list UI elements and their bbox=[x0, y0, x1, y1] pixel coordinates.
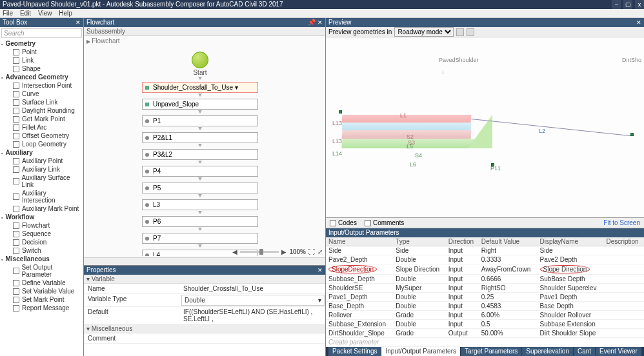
table-row[interactable]: ShoulderSEMySuperInputRightSOShoulder Su… bbox=[326, 284, 644, 293]
cell[interactable]: 0.4583 bbox=[479, 302, 538, 311]
close-icon[interactable]: ✕ bbox=[317, 19, 323, 26]
cell[interactable]: Rollover bbox=[326, 311, 393, 320]
cell[interactable]: Input bbox=[446, 255, 479, 264]
toolbox-item[interactable]: Auxiliary Point bbox=[0, 157, 83, 165]
cell[interactable]: Double bbox=[393, 302, 445, 311]
cell[interactable] bbox=[604, 284, 644, 293]
toolbox-item[interactable]: Auxiliary Intersection bbox=[0, 189, 83, 204]
close-icon[interactable]: ✕ bbox=[75, 18, 81, 27]
toolbox-item[interactable]: Flowchart bbox=[0, 221, 83, 230]
flowchart-node[interactable]: P3&L2 bbox=[142, 149, 258, 160]
close-icon[interactable]: ✕ bbox=[317, 266, 323, 275]
cell[interactable]: Shoulder Rollover bbox=[538, 311, 604, 320]
flowchart-node[interactable]: Unpaved_Slope bbox=[142, 99, 258, 110]
menu-file[interactable]: File bbox=[3, 10, 13, 17]
toolbox-item[interactable]: Shape bbox=[0, 64, 83, 73]
flowchart-node[interactable]: Shoulder_Crossfall_To_Use ▾ bbox=[142, 82, 258, 93]
flowchart-node[interactable]: L3 bbox=[142, 199, 258, 210]
toolbox-item[interactable]: Point bbox=[0, 48, 83, 56]
menu-edit[interactable]: Edit bbox=[20, 10, 31, 17]
cell[interactable]: Input bbox=[446, 284, 479, 293]
cell[interactable] bbox=[604, 275, 644, 284]
prop-value[interactable] bbox=[181, 333, 325, 343]
menu-view[interactable]: View bbox=[38, 10, 52, 17]
cell[interactable]: Input bbox=[446, 264, 479, 275]
toolbox-group[interactable]: Advanced Geometry bbox=[0, 73, 83, 81]
prop-row[interactable]: NameShoulder_Crossfall_To_Use bbox=[84, 284, 325, 294]
cell[interactable]: 50.00% bbox=[479, 329, 538, 338]
toolbox-item[interactable]: Set Variable Value bbox=[0, 287, 83, 295]
create-row[interactable]: Create parameter bbox=[326, 338, 644, 347]
expand-icon[interactable]: ⤢ bbox=[317, 248, 323, 255]
prop-group[interactable]: Variable bbox=[84, 275, 325, 284]
flowchart-node[interactable]: P2&L1 bbox=[142, 132, 258, 143]
cell[interactable]: Side bbox=[393, 246, 445, 255]
cell[interactable]: Input bbox=[446, 320, 479, 329]
tab[interactable]: Cant bbox=[574, 347, 595, 356]
toolbox-item[interactable]: Intersection Point bbox=[0, 81, 83, 90]
cell[interactable]: Input bbox=[446, 302, 479, 311]
cell[interactable]: Right bbox=[479, 246, 538, 255]
dropdown-icon[interactable]: ▾ bbox=[318, 297, 321, 304]
cell[interactable]: Base Depth bbox=[538, 302, 604, 311]
flowchart-node[interactable]: P4 bbox=[142, 166, 258, 177]
toolbox-group[interactable]: Workflow bbox=[0, 213, 83, 221]
cell[interactable]: Subbase_Extension bbox=[326, 320, 393, 329]
cell[interactable]: 0.6666 bbox=[479, 275, 538, 284]
cell[interactable]: Side bbox=[326, 246, 393, 255]
toolbox-item[interactable]: Offset Geometry bbox=[0, 132, 83, 140]
toolbox-group[interactable]: Auxiliary bbox=[0, 148, 83, 157]
col-header[interactable]: Description bbox=[604, 237, 644, 246]
tab[interactable]: Event Viewer bbox=[596, 347, 641, 356]
toolbox-item[interactable]: Fillet Arc bbox=[0, 123, 83, 132]
cell[interactable] bbox=[604, 302, 644, 311]
cell[interactable]: Pave2_Depth bbox=[326, 255, 393, 264]
cell[interactable]: Double bbox=[393, 275, 445, 284]
prop-value[interactable]: IF((ShoulderSE=LeftLI) AND (SE.HasLeftLI… bbox=[181, 307, 325, 324]
scrollbar[interactable] bbox=[84, 257, 325, 265]
table-row[interactable]: RolloverGradeInput6.00%Shoulder Rollover bbox=[326, 311, 644, 320]
prop-row[interactable]: Comment bbox=[84, 333, 325, 344]
flowchart-canvas[interactable]: Flowchart StartShoulder_Crossfall_To_Use… bbox=[84, 36, 325, 266]
close-icon[interactable]: ✕ bbox=[636, 18, 641, 27]
col-header[interactable]: Type bbox=[393, 237, 445, 246]
toolbox-item[interactable]: Link bbox=[0, 56, 83, 64]
prop-row[interactable]: DefaultIF((ShoulderSE=LeftLI) AND (SE.Ha… bbox=[84, 307, 325, 324]
toolbox-item[interactable]: Curve bbox=[0, 90, 83, 98]
cell[interactable]: SlopeDirection bbox=[326, 264, 393, 275]
cell[interactable]: Slope Direction bbox=[393, 264, 445, 275]
max-icon[interactable]: ▢ bbox=[623, 0, 632, 9]
tab[interactable]: Superelevation bbox=[522, 347, 573, 356]
cell[interactable]: Pave1_Depth bbox=[326, 293, 393, 302]
col-header[interactable]: DisplayName bbox=[538, 237, 604, 246]
prop-value[interactable]: Shoulder_Crossfall_To_Use bbox=[181, 284, 325, 293]
table-row[interactable]: Pave1_DepthDoubleInput0.25Pave1 Depth bbox=[326, 293, 644, 302]
cell[interactable]: Double bbox=[393, 293, 445, 302]
cell[interactable]: 0.3333 bbox=[479, 255, 538, 264]
cell[interactable]: Side bbox=[538, 246, 604, 255]
table-row[interactable]: SideSideInputRightSide bbox=[326, 246, 644, 255]
flowchart-node[interactable]: P7 bbox=[142, 233, 258, 244]
cell[interactable] bbox=[604, 320, 644, 329]
toolbox-item[interactable]: Switch bbox=[0, 246, 83, 255]
toolbox-item[interactable]: Decision bbox=[0, 238, 83, 246]
table-row[interactable]: Subbase_ExtensionDoubleInput0.5Subbase E… bbox=[326, 320, 644, 329]
toolbox-item[interactable]: Sequence bbox=[0, 230, 83, 238]
cell[interactable]: Slope Direction bbox=[538, 264, 604, 275]
cell[interactable]: Grade bbox=[393, 311, 445, 320]
flowchart-node[interactable]: P5 bbox=[142, 183, 258, 193]
search-input[interactable]: Search bbox=[1, 28, 82, 38]
tab[interactable]: Target Parameters bbox=[461, 347, 521, 356]
col-header[interactable]: Direction bbox=[446, 237, 479, 246]
pin-icon[interactable]: 📌 bbox=[308, 19, 316, 26]
table-row[interactable]: Subbase_DepthDoubleInput0.6666SubBase De… bbox=[326, 275, 644, 284]
toolbox-item[interactable]: Auxiliary Mark Point bbox=[0, 204, 83, 213]
preview-canvas[interactable]: PavedShoulder ↓ DirtSho L1 L2 S2 S3 L5 S… bbox=[326, 37, 644, 217]
cell[interactable] bbox=[604, 264, 644, 275]
cell[interactable]: Base_Depth bbox=[326, 302, 393, 311]
tool-icon[interactable] bbox=[456, 28, 464, 36]
fit-screen-link[interactable]: Fit to Screen bbox=[603, 219, 640, 226]
start-node[interactable] bbox=[192, 52, 208, 68]
comments-checkbox[interactable]: Comments bbox=[365, 219, 404, 226]
fit-icon[interactable]: ⛶ bbox=[308, 248, 315, 255]
